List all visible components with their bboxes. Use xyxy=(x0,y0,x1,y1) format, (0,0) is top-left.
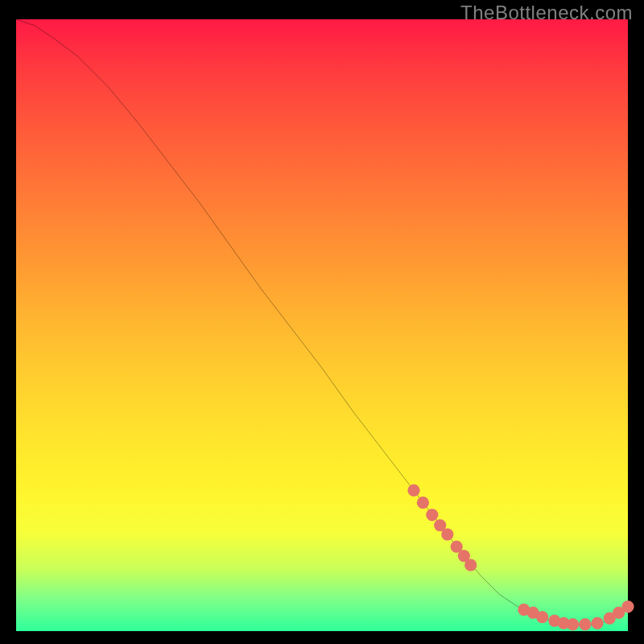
curve-dot xyxy=(591,617,603,630)
curve-dot xyxy=(417,497,429,509)
plot-area xyxy=(16,19,628,631)
chart-container: TheBottleneck.com xyxy=(0,0,644,644)
curve-dot xyxy=(536,611,548,623)
curve-dot xyxy=(426,509,438,521)
curve-dot xyxy=(621,601,634,613)
curve-dot xyxy=(441,528,453,540)
curve-dot xyxy=(579,618,591,630)
curve-dot xyxy=(567,618,579,630)
watermark-text: TheBottleneck.com xyxy=(460,2,633,24)
curve-dot xyxy=(407,485,419,497)
dotted-overlay xyxy=(407,485,634,631)
chart-svg xyxy=(16,19,628,631)
bottleneck-curve xyxy=(16,19,628,625)
curve-dot xyxy=(464,559,477,571)
